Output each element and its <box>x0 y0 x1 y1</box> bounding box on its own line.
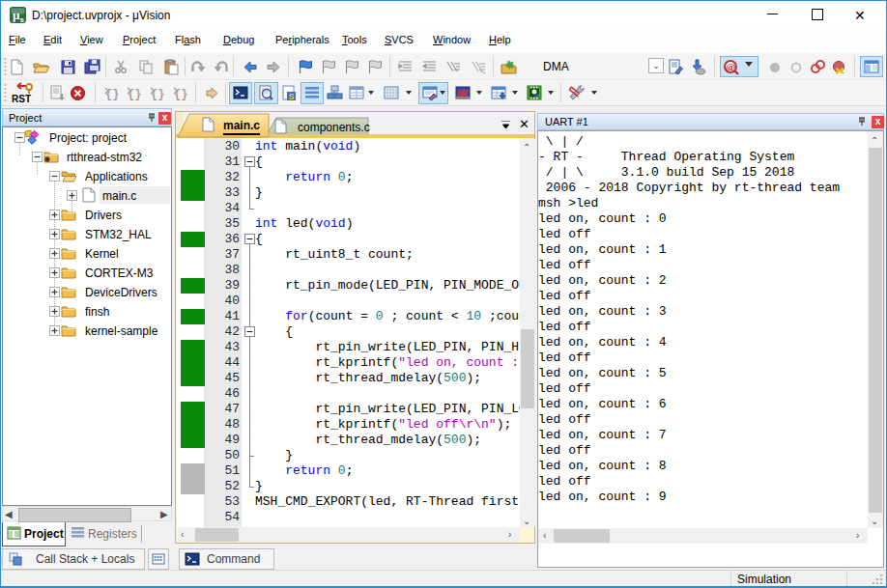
svg-text:s: s <box>20 15 25 24</box>
svg-text:S: S <box>288 92 294 101</box>
svg-text:RST: RST <box>12 94 31 104</box>
svg-text:@: @ <box>726 61 735 72</box>
